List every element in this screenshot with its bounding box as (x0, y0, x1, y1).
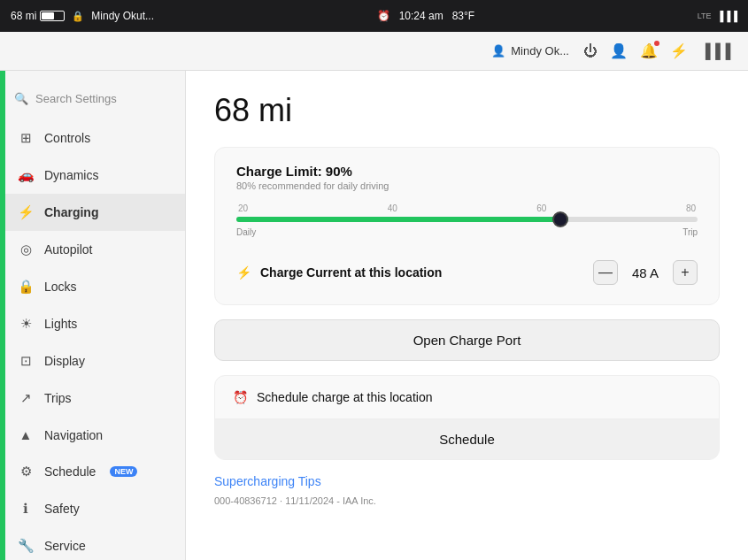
sidebar-item-dynamics[interactable]: 🚗 Dynamics (0, 157, 185, 194)
display-icon: ⊡ (18, 353, 34, 369)
slider-labels: Daily Trip (236, 227, 698, 237)
power-icon[interactable]: ⏻ (583, 43, 598, 59)
sidebar-label-dynamics: Dynamics (44, 168, 98, 182)
signal-icon: ▐▐▐ (717, 11, 737, 21)
supercharging-tips-link[interactable]: Supercharging Tips (214, 474, 720, 488)
sidebar-item-safety[interactable]: ℹ Safety (0, 490, 185, 527)
slider-label-trip: Trip (682, 227, 698, 237)
sidebar-label-lights: Lights (44, 317, 77, 331)
slider-mark-80: 80 (686, 203, 696, 213)
status-bar: 68 mi 🔒 Mindy Okut... ⏰ 10:24 am 83°F LT… (0, 0, 748, 32)
battery-fill (42, 12, 53, 19)
sidebar-item-controls[interactable]: ⊞ Controls (0, 119, 185, 157)
slider-mark-20: 20 (238, 203, 248, 213)
trips-icon: ↗ (18, 390, 34, 406)
sidebar-item-trips[interactable]: ↗ Trips (0, 380, 185, 417)
safety-icon: ℹ (18, 501, 34, 517)
sidebar-label-service: Service (44, 539, 86, 553)
locks-icon: 🔒 (18, 279, 34, 295)
sidebar-item-charging[interactable]: ⚡ Charging (0, 194, 185, 231)
ampere-value: 48 A (632, 265, 659, 280)
status-right: LTE ▐▐▐ (698, 11, 737, 21)
sidebar-item-navigation[interactable]: ▲ Navigation (0, 417, 185, 453)
header-user-icon: 👤 (491, 44, 505, 58)
slider-container: 20 40 60 80 Daily Trip (236, 203, 698, 237)
charge-current-left: ⚡ Charge Current at this location (236, 265, 442, 280)
lights-icon: ☀ (18, 316, 34, 332)
new-badge: NEW (110, 466, 137, 477)
charge-current-right: — 48 A + (593, 260, 698, 285)
search-placeholder: Search Settings (35, 92, 117, 105)
slider-thumb[interactable] (552, 211, 568, 227)
search-bar[interactable]: 🔍 Search Settings (0, 85, 185, 119)
bluetooth-icon[interactable]: ⚡ (670, 42, 688, 59)
slider-numbers: 20 40 60 80 (236, 203, 698, 213)
sidebar-item-locks[interactable]: 🔒 Locks (0, 268, 185, 305)
range-title: 68 mi (214, 92, 720, 129)
status-left: 68 mi 🔒 Mindy Okut... (11, 10, 154, 22)
schedule-header-text: Schedule charge at this location (257, 390, 432, 404)
plus-icon: + (681, 265, 689, 280)
sidebar-label-locks: Locks (44, 280, 77, 294)
schedule-button[interactable]: Schedule (215, 419, 719, 459)
slider-track[interactable] (236, 217, 698, 222)
slider-fill (236, 217, 568, 222)
slider-label-daily: Daily (236, 227, 256, 237)
sidebar-label-navigation: Navigation (44, 428, 103, 442)
autopilot-icon: ◎ (18, 242, 34, 257)
sidebar: 🔍 Search Settings ⊞ Controls 🚗 Dynamics … (0, 71, 186, 560)
open-charge-port-button[interactable]: Open Charge Port (214, 319, 720, 361)
header-user-name: Mindy Ok... (511, 44, 569, 58)
content-area: 68 mi Charge Limit: 90% 80% recommended … (186, 71, 748, 560)
sidebar-label-safety: Safety (44, 502, 80, 516)
charge-rec-text: 80% recommended for daily driving (236, 180, 698, 191)
clock-icon: ⏰ (377, 10, 390, 22)
status-center: ⏰ 10:24 am 83°F (377, 10, 475, 22)
controls-icon: ⊞ (18, 130, 34, 146)
sidebar-item-display[interactable]: ⊡ Display (0, 342, 185, 380)
sidebar-item-schedule[interactable]: ⚙ Schedule NEW (0, 453, 185, 490)
charge-current-row: ⚡ Charge Current at this location — 48 A… (236, 246, 698, 288)
notification-dot (654, 41, 659, 46)
status-time: 10:24 am (399, 10, 443, 22)
footer-text: 000-40836712 · 11/11/2024 - IAA Inc. (214, 495, 720, 506)
dynamics-icon: 🚗 (18, 167, 34, 183)
sidebar-label-controls: Controls (44, 131, 90, 145)
sidebar-item-autopilot[interactable]: ◎ Autopilot (0, 231, 185, 268)
main-layout: 🔍 Search Settings ⊞ Controls 🚗 Dynamics … (0, 71, 748, 560)
charge-limit-label: Charge Limit: 90% (236, 164, 698, 179)
battery-indicator: 68 mi (11, 10, 65, 22)
person-icon[interactable]: 👤 (610, 42, 628, 59)
service-icon: 🔧 (18, 538, 34, 554)
slider-mark-40: 40 (388, 203, 397, 213)
sidebar-item-lights[interactable]: ☀ Lights (0, 305, 185, 342)
status-temp: 83°F (452, 10, 474, 22)
range-text: 68 mi (11, 10, 36, 22)
signal-bars-icon[interactable]: ▐▐▐ (700, 43, 730, 59)
schedule-clock-icon: ⏰ (233, 390, 248, 404)
sidebar-item-service[interactable]: 🔧 Service (0, 527, 185, 560)
notification-icon[interactable]: 🔔 (640, 42, 658, 59)
navigation-icon: ▲ (18, 427, 34, 442)
decrease-current-button[interactable]: — (593, 260, 618, 285)
charge-current-label: Charge Current at this location (260, 265, 442, 280)
sidebar-label-display: Display (44, 354, 85, 368)
header-bar: 👤 Mindy Ok... ⏻ 👤 🔔 ⚡ ▐▐▐ (0, 32, 748, 71)
green-strip (0, 71, 5, 560)
sidebar-label-schedule: Schedule (44, 464, 96, 479)
charge-plug-icon: ⚡ (236, 265, 251, 280)
search-icon: 🔍 (14, 92, 28, 105)
sidebar-label-autopilot: Autopilot (44, 242, 92, 257)
header-user: 👤 Mindy Ok... (491, 44, 569, 58)
schedule-header: ⏰ Schedule charge at this location (215, 376, 719, 419)
schedule-icon: ⚙ (18, 464, 34, 479)
increase-current-button[interactable]: + (673, 260, 698, 285)
header-icons: ⏻ 👤 🔔 ⚡ ▐▐▐ (583, 42, 730, 59)
schedule-section: ⏰ Schedule charge at this location Sched… (214, 375, 720, 460)
lte-label: LTE (698, 12, 712, 20)
sidebar-label-charging: Charging (44, 205, 98, 219)
battery-bar (40, 11, 65, 21)
charging-icon: ⚡ (18, 204, 34, 220)
lock-icon: 🔒 (72, 11, 84, 22)
charge-card: Charge Limit: 90% 80% recommended for da… (214, 147, 720, 305)
